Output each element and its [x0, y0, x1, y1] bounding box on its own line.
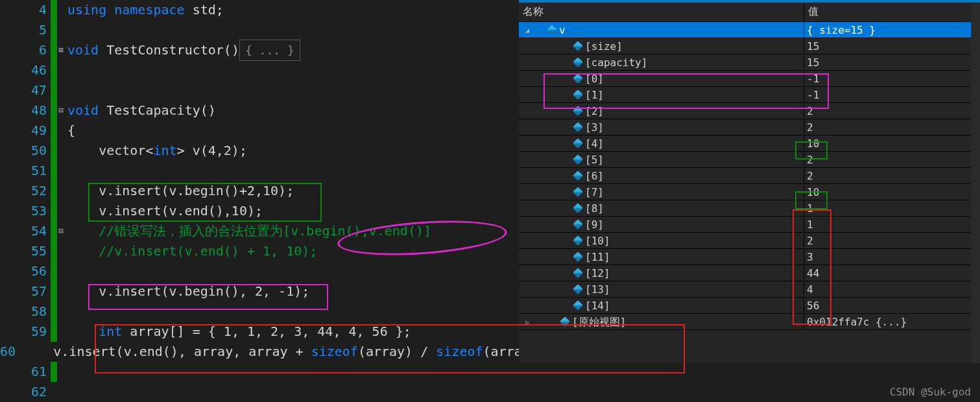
expander-icon[interactable]: ◢: [523, 22, 532, 38]
fold-toggle[interactable]: ⊞: [57, 40, 65, 60]
code-line[interactable]: 53 v.insert(v.end(),10);: [0, 201, 519, 221]
watch-row[interactable]: [4]10: [519, 136, 980, 152]
watch-row[interactable]: [0]-1: [519, 71, 980, 87]
watch-name-cell[interactable]: [14]: [519, 298, 804, 313]
code-text[interactable]: int array[] = { 1, 1, 2, 3, 44, 4, 56 };: [65, 322, 411, 342]
watch-name-cell[interactable]: [11]: [519, 249, 804, 265]
watch-value-cell[interactable]: -1: [804, 87, 980, 102]
watch-value-cell[interactable]: 10: [804, 184, 980, 200]
watch-name-cell[interactable]: [1]: [519, 87, 804, 102]
code-line[interactable]: 60 v.insert(v.end(), array, array + size…: [0, 342, 519, 362]
watch-row[interactable]: [2]2: [519, 103, 980, 119]
watch-panel[interactable]: 名称 值 ◢v{ size=15 }[size]15[capacity]15[0…: [519, 0, 980, 363]
code-line[interactable]: 57 v.insert(v.begin(), 2, -1);: [0, 281, 519, 302]
watch-value-cell[interactable]: 2: [804, 119, 980, 135]
watch-row[interactable]: [10]2: [519, 233, 980, 249]
watch-value-cell[interactable]: 2: [804, 168, 980, 183]
watch-name-cell[interactable]: [size]: [519, 38, 804, 54]
watch-row[interactable]: [11]3: [519, 249, 980, 265]
watch-name-cell[interactable]: [8]: [519, 200, 804, 216]
watch-row[interactable]: [size]15: [519, 38, 980, 54]
scrollbar[interactable]: [971, 3, 980, 363]
watch-value-cell[interactable]: 2: [804, 103, 980, 119]
code-line[interactable]: 47: [0, 80, 519, 100]
code-text[interactable]: {: [65, 121, 75, 141]
code-text[interactable]: using namespace std;: [65, 0, 224, 20]
code-text[interactable]: //v.insert(v.end() + 1, 10);: [65, 241, 317, 261]
code-text[interactable]: void TestConstructor(){ ... }: [65, 40, 300, 61]
watch-name-cell[interactable]: [9]: [519, 217, 804, 232]
watch-value-cell[interactable]: 2: [804, 152, 980, 167]
watch-value-cell[interactable]: 44: [804, 265, 980, 281]
watch-row[interactable]: [9]1: [519, 217, 980, 233]
watch-name-cell[interactable]: [5]: [519, 152, 804, 167]
code-line[interactable]: 49{: [0, 121, 519, 141]
code-text[interactable]: vector<int> v(4,2);: [65, 141, 247, 161]
watch-value-cell[interactable]: 1: [804, 217, 980, 232]
code-line[interactable]: 50 vector<int> v(4,2);: [0, 141, 519, 161]
watch-col-name-header[interactable]: 名称: [519, 3, 804, 21]
watch-row[interactable]: [13]4: [519, 281, 980, 298]
code-line[interactable]: 54⊟ //错误写法，插入的合法位置为[v.begin(),v.end()]: [0, 221, 519, 241]
watch-row[interactable]: [14]56: [519, 298, 980, 314]
code-line[interactable]: 55 //v.insert(v.end() + 1, 10);: [0, 241, 519, 261]
code-line[interactable]: 58: [0, 302, 519, 322]
code-line[interactable]: 46: [0, 60, 519, 80]
watch-name-cell[interactable]: [6]: [519, 168, 804, 183]
code-text[interactable]: v.insert(v.begin()+2,10);: [65, 181, 294, 201]
code-line[interactable]: 62: [0, 382, 519, 402]
code-line[interactable]: 61: [0, 362, 519, 382]
watch-row[interactable]: [5]2: [519, 152, 980, 168]
watch-name-cell[interactable]: [0]: [519, 71, 804, 86]
fold-toggle[interactable]: ⊟: [57, 221, 65, 241]
watch-value-cell[interactable]: { size=15 }: [804, 22, 980, 38]
watch-col-value-header[interactable]: 值: [804, 3, 980, 21]
fold-toggle[interactable]: ⊟: [57, 100, 65, 121]
code-editor[interactable]: 4using namespace std;56⊞void TestConstru…: [0, 0, 519, 402]
watch-row[interactable]: ◢v{ size=15 }: [519, 22, 980, 38]
watch-value-cell[interactable]: 15: [804, 38, 980, 54]
watch-name-cell[interactable]: [2]: [519, 103, 804, 119]
watch-name-cell[interactable]: [12]: [519, 265, 804, 281]
code-line[interactable]: 4using namespace std;: [0, 0, 519, 20]
code-line[interactable]: 5: [0, 20, 519, 40]
code-line[interactable]: 56: [0, 261, 519, 281]
watch-value-cell[interactable]: 3: [804, 249, 980, 265]
watch-value-cell[interactable]: -1: [804, 71, 980, 86]
watch-row[interactable]: [capacity]15: [519, 54, 980, 71]
code-text[interactable]: v.insert(v.end(), array, array + sizeof(…: [19, 342, 577, 362]
code-text[interactable]: v.insert(v.begin(), 2, -1);: [65, 281, 309, 302]
collapsed-block[interactable]: { ... }: [239, 40, 300, 61]
watch-value-cell[interactable]: 15: [804, 54, 980, 70]
code-text[interactable]: //错误写法，插入的合法位置为[v.begin(),v.end()]: [65, 221, 431, 241]
watch-value-cell[interactable]: 1: [804, 200, 980, 216]
code-line[interactable]: 48⊟void TestCapacity(): [0, 100, 519, 121]
code-line[interactable]: 51: [0, 161, 519, 181]
watch-value-cell[interactable]: 10: [804, 136, 980, 151]
watch-row[interactable]: ▷[原始视图]0x012ffa7c {...}: [519, 314, 980, 330]
code-text[interactable]: void TestCapacity(): [65, 100, 216, 121]
watch-name-cell[interactable]: [3]: [519, 119, 804, 135]
watch-value-cell[interactable]: 0x012ffa7c {...}: [804, 314, 980, 329]
watch-row[interactable]: [1]-1: [519, 87, 980, 103]
watch-value-cell[interactable]: 4: [804, 281, 980, 297]
watch-name-cell[interactable]: ▷[原始视图]: [519, 314, 804, 329]
watch-row[interactable]: [8]1: [519, 200, 980, 217]
code-line[interactable]: 59 int array[] = { 1, 1, 2, 3, 44, 4, 56…: [0, 322, 519, 342]
watch-name-cell[interactable]: [13]: [519, 281, 804, 297]
watch-row[interactable]: [12]44: [519, 265, 980, 281]
watch-value-cell[interactable]: 56: [804, 298, 980, 313]
watch-row[interactable]: [7]10: [519, 184, 980, 200]
code-line[interactable]: 52 v.insert(v.begin()+2,10);: [0, 181, 519, 201]
watch-name-cell[interactable]: [7]: [519, 184, 804, 200]
watch-name-cell[interactable]: ◢v: [519, 22, 804, 38]
code-line[interactable]: 6⊞void TestConstructor(){ ... }: [0, 40, 519, 60]
watch-name-cell[interactable]: [capacity]: [519, 54, 804, 70]
watch-row[interactable]: [3]2: [519, 119, 980, 136]
watch-name-cell[interactable]: [10]: [519, 233, 804, 248]
watch-name-cell[interactable]: [4]: [519, 136, 804, 151]
expander-icon[interactable]: ▷: [523, 314, 532, 330]
code-text[interactable]: v.insert(v.end(),10);: [65, 201, 263, 221]
watch-value-cell[interactable]: 2: [804, 233, 980, 248]
watch-row[interactable]: [6]2: [519, 168, 980, 184]
